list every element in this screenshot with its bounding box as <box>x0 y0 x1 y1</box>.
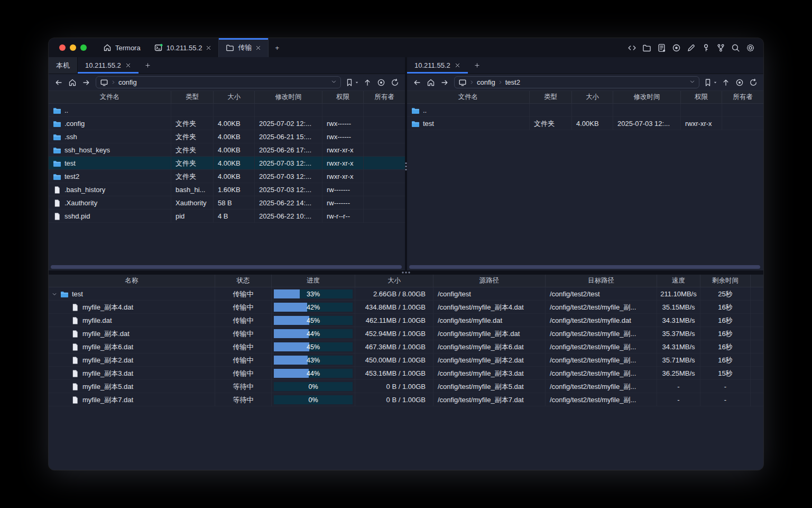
horizontal-scrollbar[interactable] <box>409 265 760 269</box>
toolbar-document-icon[interactable] <box>657 43 666 52</box>
file-icon <box>53 199 61 207</box>
transfer-column-header[interactable]: 速度 <box>657 275 700 287</box>
toolbar-search-icon[interactable] <box>731 43 740 52</box>
forward-button[interactable] <box>80 76 93 89</box>
file-row[interactable]: .Xauthority Xauthority 58 B 2025-06-22 1… <box>49 196 405 210</box>
transfer-row[interactable]: myfile_副本5.dat 等待中 0% 0 B / 1.00GB /conf… <box>49 380 763 393</box>
refresh-button[interactable] <box>389 76 401 89</box>
transfer-speed: 34.31MB/s <box>657 314 700 327</box>
home-button[interactable] <box>66 76 79 89</box>
transfer-column-header[interactable]: 源路径 <box>433 275 546 287</box>
pane-new-tab-button[interactable] <box>468 57 486 74</box>
close-icon[interactable] <box>125 62 131 68</box>
column-header[interactable]: 权限 <box>322 91 364 104</box>
transfer-column-header[interactable]: 进度 <box>272 275 355 287</box>
file-row[interactable]: .ssh 文件夹 4.00KB 2025-06-21 15:... rwx---… <box>49 130 405 143</box>
column-header[interactable]: 大小 <box>214 91 255 104</box>
progress-bar: 44% <box>274 369 353 378</box>
column-header[interactable]: 大小 <box>572 91 613 104</box>
new-window-tab-button[interactable]: + <box>269 38 285 57</box>
window-tab-1[interactable]: 10.211.55.2 <box>147 38 219 57</box>
back-button[interactable] <box>52 76 65 89</box>
column-header[interactable]: 文件名 <box>407 91 530 104</box>
file-name: .bash_history <box>64 186 105 194</box>
file-row[interactable]: ssh_host_keys 文件夹 4.00KB 2025-06-26 17:.… <box>49 143 405 157</box>
close-icon[interactable] <box>255 45 261 51</box>
transfer-row[interactable]: test 传输中 33% 2.66GB / 8.00GB /config/tes… <box>49 287 763 301</box>
chevron-down-icon[interactable] <box>331 79 337 85</box>
transfer-row[interactable]: myfile_副本2.dat 传输中 43% 450.00MB / 1.00GB… <box>49 353 763 367</box>
transfer-column-header[interactable]: 名称 <box>49 275 215 287</box>
column-header[interactable]: 修改时间 <box>255 91 322 104</box>
monitor-icon <box>100 78 108 87</box>
close-window-button[interactable] <box>59 44 66 51</box>
close-icon[interactable] <box>206 45 211 51</box>
home-button[interactable] <box>425 76 437 89</box>
pane-tab-10.211.55.2[interactable]: 10.211.55.2 <box>78 57 139 74</box>
horizontal-splitter[interactable] <box>49 270 763 275</box>
chevron-down-icon[interactable] <box>689 79 695 85</box>
file-row[interactable]: sshd.pid pid 4 B 2025-06-22 10:... rw-r-… <box>49 210 405 223</box>
column-header[interactable]: 文件名 <box>49 91 171 104</box>
toolbar-branch-icon[interactable] <box>716 43 725 52</box>
pane-new-tab-button[interactable] <box>139 57 157 74</box>
file-row[interactable]: .config 文件夹 4.00KB 2025-07-02 12:... rwx… <box>49 117 405 130</box>
expand-chevron-icon[interactable] <box>52 292 57 297</box>
breadcrumb-item[interactable]: test2 <box>505 78 520 86</box>
toolbar-edit-icon[interactable] <box>687 43 696 52</box>
file-row[interactable]: test2 文件夹 4.00KB 2025-07-03 12:... rwxr-… <box>49 170 405 183</box>
refresh-button[interactable] <box>747 76 760 89</box>
transfer-column-header[interactable]: 大小 <box>355 275 433 287</box>
breadcrumb-item[interactable]: config <box>118 78 137 86</box>
window-tab-0[interactable]: Termora <box>96 38 147 57</box>
show-hidden-button[interactable] <box>733 76 746 89</box>
breadcrumb-item[interactable]: config <box>477 78 495 86</box>
bookmark-button[interactable] <box>703 78 718 87</box>
home-icon <box>68 78 77 87</box>
toolbar-code-icon[interactable] <box>628 43 636 52</box>
transfer-row[interactable]: myfile_副本6.dat 传输中 45% 467.36MB / 1.00GB… <box>49 340 763 353</box>
file-row[interactable]: test 文件夹 4.00KB 2025-07-03 12:... rwxr-x… <box>407 117 763 130</box>
show-hidden-button[interactable] <box>375 76 387 89</box>
column-header[interactable]: 所有者 <box>722 91 763 104</box>
forward-arrow-icon <box>440 78 449 87</box>
folder-icon <box>53 146 61 155</box>
toolbar-key-icon[interactable] <box>702 43 710 52</box>
window-tab-2[interactable]: 传输 <box>218 38 269 57</box>
transfer-row[interactable]: myfile_副本4.dat 传输中 42% 434.86MB / 1.00GB… <box>49 301 763 314</box>
minimize-window-button[interactable] <box>70 44 76 51</box>
transfer-column-header[interactable]: 剩余时间 <box>700 275 751 287</box>
toolbar-record-icon[interactable] <box>672 43 681 52</box>
transfer-row[interactable]: myfile_副本3.dat 传输中 44% 453.16MB / 1.00GB… <box>49 367 763 380</box>
file-row[interactable]: test 文件夹 4.00KB 2025-07-03 12:... rwxr-x… <box>49 157 405 170</box>
toolbar-settings-icon[interactable] <box>746 43 755 52</box>
toolbar-folder-outline-icon[interactable] <box>642 43 651 52</box>
close-icon[interactable] <box>455 62 460 68</box>
column-header[interactable]: 修改时间 <box>613 91 681 104</box>
pane-tab-10.211.55.2[interactable]: 10.211.55.2 <box>407 57 468 74</box>
pane-tab-本机[interactable]: 本机 <box>49 57 78 74</box>
file-row[interactable]: .. <box>49 104 405 117</box>
horizontal-scrollbar[interactable] <box>51 265 402 269</box>
transfer-row[interactable]: myfile_副本.dat 传输中 44% 452.94MB / 1.00GB … <box>49 327 763 340</box>
file-owner <box>364 117 405 130</box>
column-header[interactable]: 类型 <box>171 91 214 104</box>
column-header[interactable]: 权限 <box>681 91 722 104</box>
transfer-column-header[interactable]: 目标路径 <box>546 275 657 287</box>
upload-button[interactable] <box>361 76 374 89</box>
column-header[interactable]: 所有者 <box>364 91 405 104</box>
transfer-column-header[interactable]: 状态 <box>215 275 272 287</box>
file-row[interactable]: .bash_history bash_hi... 1.60KB 2025-07-… <box>49 183 405 196</box>
bookmark-button[interactable] <box>344 78 360 87</box>
transfer-row[interactable]: myfile_副本7.dat 等待中 0% 0 B / 1.00GB /conf… <box>49 393 763 406</box>
path-breadcrumb[interactable]: config test2 <box>454 76 699 88</box>
maximize-window-button[interactable] <box>80 44 87 51</box>
pane-tabs: 10.211.55.2 <box>407 57 763 74</box>
file-row[interactable]: .. <box>407 104 763 117</box>
transfer-row[interactable]: myfile.dat 传输中 45% 462.11MB / 1.00GB /co… <box>49 314 763 327</box>
column-header[interactable]: 类型 <box>530 91 572 104</box>
upload-button[interactable] <box>719 76 732 89</box>
forward-button[interactable] <box>438 76 451 89</box>
back-button[interactable] <box>411 76 423 89</box>
path-breadcrumb[interactable]: config <box>96 76 341 88</box>
